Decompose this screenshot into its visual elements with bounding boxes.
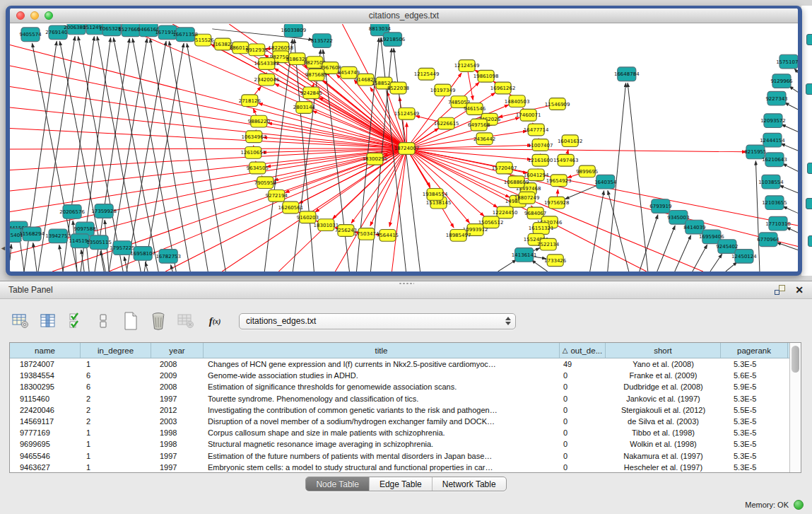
network-canvas[interactable]: 1872400771638228860128891293518226058982… [10, 24, 798, 271]
delete-icon[interactable] [149, 312, 167, 330]
show-column-icon[interactable] [39, 312, 57, 330]
table-cell[interactable]: 1 [81, 438, 151, 450]
column-header-indegree[interactable]: in_degree [81, 343, 151, 358]
table-cell[interactable]: Changes of HCN gene expression and I(f) … [204, 358, 560, 370]
table-cell[interactable]: Embryonic stem cells: a model to study s… [204, 462, 560, 472]
minimize-window-icon[interactable] [30, 11, 39, 20]
table-cell[interactable]: Tibbo et al. (1998) [606, 427, 721, 438]
table-cell[interactable]: 9777169 [10, 427, 81, 438]
float-window-icon[interactable] [775, 285, 785, 295]
table-settings-icon[interactable] [11, 312, 30, 330]
table-cell[interactable]: 5.3E-5 [721, 462, 788, 472]
table-cell[interactable]: 6 [81, 381, 151, 392]
table-cell[interactable]: 0 [560, 438, 606, 450]
table-cell[interactable]: 0 [560, 462, 606, 472]
table-cell[interactable]: 9699695 [10, 438, 81, 450]
table-cell[interactable]: Stergiakouli et al. (2012) [606, 404, 721, 416]
table-cell[interactable]: 2008 [151, 358, 204, 370]
table-cell[interactable]: 0 [560, 381, 606, 392]
table-cell[interactable]: de Silva et al. (2003) [606, 416, 721, 427]
memory-status-icon[interactable] [794, 500, 804, 510]
close-window-icon[interactable] [16, 11, 25, 20]
table-cell[interactable]: Tourette syndrome. Phenomenology and cla… [204, 393, 560, 404]
function-builder-icon[interactable]: f(x) [204, 312, 225, 330]
table-row[interactable]: 1938455462009Genome-wide association stu… [10, 370, 789, 381]
table-row[interactable]: 2242004622012Investigating the contribut… [10, 404, 789, 416]
splitter-handle[interactable] [399, 282, 414, 285]
table-cell[interactable]: 2003 [151, 416, 204, 427]
select-columns-icon[interactable] [66, 312, 85, 330]
table-cell[interactable]: 6 [81, 370, 151, 381]
table-cell[interactable]: Estimation of the future numbers of pati… [204, 450, 560, 462]
table-cell[interactable]: 5.9E-5 [721, 381, 788, 392]
table-row[interactable]: 969969511998Structural magnetic resonanc… [10, 438, 789, 450]
table-select-dropdown[interactable]: citations_edges.txt [239, 313, 516, 329]
table-cell[interactable]: 1 [81, 450, 151, 462]
table-row[interactable]: 1872400712008Changes of HCN gene express… [10, 358, 789, 370]
tab-network-table[interactable]: Network Table [433, 477, 506, 491]
table-cell[interactable]: 1 [81, 358, 151, 370]
table-cell[interactable]: 9465546 [10, 450, 81, 462]
table-cell[interactable]: Disruption of a novel member of a sodium… [204, 416, 560, 427]
column-header-year[interactable]: year [151, 343, 204, 358]
table-cell[interactable]: 1998 [151, 438, 204, 450]
table-cell[interactable]: 2 [81, 393, 151, 404]
window-titlebar[interactable]: citations_edges.txt [10, 8, 798, 23]
table-cell[interactable]: Yano et al. (2008) [606, 358, 721, 370]
table-cell[interactable]: 5.3E-5 [721, 358, 788, 370]
table-cell[interactable]: 18300295 [10, 381, 81, 392]
table-cell[interactable]: Wolkin et al. (1998) [606, 438, 721, 450]
table-row[interactable]: 946362711997Embryonic stem cells: a mode… [10, 462, 789, 472]
table-cell[interactable]: 2008 [151, 381, 204, 392]
tab-node-table[interactable]: Node Table [306, 477, 370, 491]
table-cell[interactable]: 2009 [151, 370, 204, 381]
table-row[interactable]: 1830029562008Estimation of significance … [10, 381, 789, 392]
table-cell[interactable]: 19384554 [10, 370, 81, 381]
table-cell[interactable]: Hescheler et al. (1997) [606, 462, 721, 472]
table-cell[interactable]: Structural magnetic resonance image aver… [204, 438, 560, 450]
table-cell[interactable]: 14569117 [10, 416, 81, 427]
table-row[interactable]: 946554611997Estimation of the future num… [10, 450, 789, 462]
table-cell[interactable]: 49 [560, 358, 606, 370]
table-cell[interactable]: 18724007 [10, 358, 81, 370]
table-cell[interactable]: 0 [560, 427, 606, 438]
table-cell[interactable]: 1997 [151, 450, 204, 462]
column-header-outde[interactable]: △out_de... [560, 343, 606, 358]
table-cell[interactable]: 1998 [151, 427, 204, 438]
table-cell[interactable]: 0 [560, 404, 606, 416]
table-cell[interactable]: 2012 [151, 404, 204, 416]
table-cell[interactable]: 5.5E-5 [721, 404, 788, 416]
column-header-short[interactable]: short [606, 343, 721, 358]
table-cell[interactable]: Corpus callosum shape and size in male p… [204, 427, 560, 438]
vertical-scrollbar[interactable] [789, 343, 801, 472]
table-panel-titlebar[interactable]: Table Panel ✕ [0, 281, 812, 299]
table-row[interactable]: 911546021997Tourette syndrome. Phenomeno… [10, 393, 789, 404]
table-row[interactable]: 977716911998Corpus callosum shape and si… [10, 427, 789, 438]
table-cell[interactable]: 22420046 [10, 404, 81, 416]
table-cell[interactable]: 0 [560, 370, 606, 381]
table-grid[interactable]: namein_degreeyeartitle△out_de...shortpag… [10, 343, 789, 472]
table-cell[interactable]: 0 [560, 393, 606, 404]
table-cell[interactable]: Dudbridge et al. (2008) [606, 381, 721, 392]
table-cell[interactable]: 1 [81, 427, 151, 438]
table-cell[interactable]: 1 [81, 462, 151, 472]
table-cell[interactable]: 1997 [151, 462, 204, 472]
table-cell[interactable]: 5.6E-5 [721, 370, 788, 381]
table-cell[interactable]: Investigating the contribution of common… [204, 404, 560, 416]
row-height-icon[interactable] [94, 312, 112, 330]
close-panel-icon[interactable]: ✕ [795, 285, 804, 295]
tab-edge-table[interactable]: Edge Table [370, 477, 433, 491]
table-cell[interactable]: Jankovic et al. (1997) [606, 393, 721, 404]
zoom-window-icon[interactable] [45, 11, 53, 20]
table-cell[interactable]: 2 [81, 404, 151, 416]
table-cell[interactable]: Genome-wide association studies in ADHD. [204, 370, 560, 381]
table-cell[interactable]: Nakamura et al. (1997) [606, 450, 721, 462]
table-cell[interactable]: 0 [560, 416, 606, 427]
table-cell[interactable]: 5.3E-5 [721, 416, 788, 427]
new-document-icon[interactable] [122, 312, 140, 330]
table-cell[interactable]: 0 [560, 450, 606, 462]
table-row[interactable]: 1456911722003Disruption of a novel membe… [10, 416, 789, 427]
table-cell[interactable]: 5.3E-5 [721, 393, 788, 404]
table-cell[interactable]: 9115460 [10, 393, 81, 404]
table-cell[interactable]: 2 [81, 416, 151, 427]
